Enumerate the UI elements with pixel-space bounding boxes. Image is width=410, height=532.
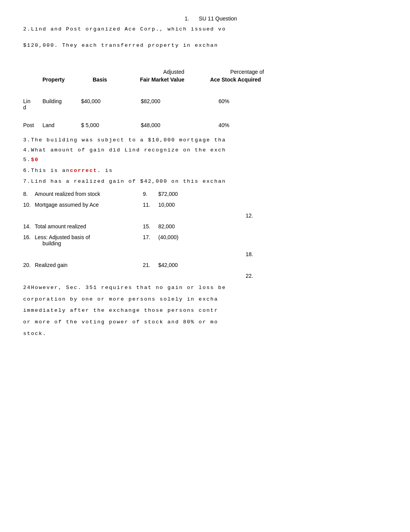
row-post-fmv: $48,000 xyxy=(116,122,185,128)
line21-num: 21. xyxy=(143,262,158,268)
intro-line2: $120,000. They each transferred property… xyxy=(23,41,398,50)
col-basis-header: Basis xyxy=(93,76,127,83)
col-fmv-header: Fair Market Value xyxy=(127,76,197,83)
line12: 12. xyxy=(100,212,398,219)
closing-line5: stock. xyxy=(23,330,398,338)
line20-num: 20. xyxy=(23,262,35,268)
line6-answer: correct xyxy=(70,168,97,173)
row-lin-ace: 60% xyxy=(185,98,263,104)
line16-label-sub: building xyxy=(35,240,143,246)
line17-num: 17. xyxy=(143,234,158,240)
row-lin-fmv: $82,000 xyxy=(116,98,185,104)
closing-line3: immediately after the exchange those per… xyxy=(23,306,398,315)
line-10-11: 10. Mortgage assumed by Ace 11. 10,000 xyxy=(23,202,398,208)
line5-prefix: 5. xyxy=(23,157,31,163)
line5: 5.$0 xyxy=(23,156,398,164)
row-lin-basis: $40,000 xyxy=(81,98,116,104)
line-20-21: 20. Realized gain 21. $42,000 xyxy=(23,262,398,268)
row-post-property: Land xyxy=(42,122,81,128)
col-property-header: Property xyxy=(42,76,93,83)
line3: 3.The building was subject to a $10,000 … xyxy=(23,136,398,144)
line5-answer: $0 xyxy=(31,157,39,163)
line10-label: Mortgage assumed by Ace xyxy=(35,202,143,208)
page-container: 1. SU 11 Question 2.Lind and Post organi… xyxy=(23,15,398,338)
line6: 6.This is ancorrect. is xyxy=(23,167,398,175)
row-lin-property: Building xyxy=(42,98,81,104)
row-lin-label2: d xyxy=(23,104,42,110)
line6-suffix: . is xyxy=(97,168,113,173)
line4: 4.What amount of gain did Lind recognize… xyxy=(23,146,398,155)
title-number: 1. xyxy=(185,15,189,22)
intro-line1: 2.Lind and Post organized Ace Corp., whi… xyxy=(23,25,398,34)
row-post-ace: 40% xyxy=(185,122,263,128)
line16-label-container: Less: Adjusted basis of building xyxy=(35,234,143,246)
closing-line1: 24However, Sec. 351 requires that no gai… xyxy=(23,284,398,292)
line11-value: 10,000 xyxy=(158,202,175,208)
line15-value: 82,000 xyxy=(158,223,175,229)
table-section: Adjusted Percentage of Property Basis Fa… xyxy=(23,69,398,128)
row-lin-label1: Lin xyxy=(23,98,42,104)
line-8-9: 8. Amount realized from stock 9. $72,000 xyxy=(23,191,398,197)
line8-num: 8. xyxy=(23,191,35,197)
title-line: 1. SU 11 Question xyxy=(23,15,398,22)
line9-value: $72,000 xyxy=(158,191,178,197)
line15-num: 15. xyxy=(143,223,158,229)
line16-num: 16. xyxy=(23,234,35,240)
closing-line4: or more of the voting power of stock and… xyxy=(23,318,398,326)
closing-paragraph: 24However, Sec. 351 requires that no gai… xyxy=(23,284,398,338)
header-percentage: Percentage of xyxy=(208,69,286,75)
table-subheader-row: Property Basis Fair Market Value Ace Sto… xyxy=(23,76,398,83)
table-row-post: Post Land $ 5,000 $48,000 40% xyxy=(23,122,398,128)
table-header-row: Adjusted Percentage of xyxy=(54,69,398,75)
line8-label: Amount realized from stock xyxy=(35,191,143,197)
line22: 22. xyxy=(100,273,398,279)
line14-label: Total amount realized xyxy=(35,223,143,229)
line10-num: 10. xyxy=(23,202,35,208)
col-ace-header: Ace Stock Acquired xyxy=(197,76,274,83)
line11-num: 11. xyxy=(143,202,158,208)
line7: 7.Lind has a realized gain of $42,000 on… xyxy=(23,177,398,186)
line17-value: (40,000) xyxy=(158,234,178,240)
header-adjusted: Adjusted xyxy=(139,69,208,75)
line-14-15: 14. Total amount realized 15. 82,000 xyxy=(23,223,398,229)
line14-num: 14. xyxy=(23,223,35,229)
closing-line2: corporation by one or more persons solel… xyxy=(23,295,398,304)
line18: 18. xyxy=(100,251,398,257)
line20-label: Realized gain xyxy=(35,262,143,268)
row-post-basis: $ 5,000 xyxy=(81,122,116,128)
line16-label-main: Less: Adjusted basis of xyxy=(35,234,143,240)
table-row-lin: Lin d Building $40,000 $82,000 60% xyxy=(23,98,398,110)
line21-value: $42,000 xyxy=(158,262,178,268)
line9-num: 9. xyxy=(143,191,158,197)
row-post-label: Post xyxy=(23,122,42,128)
line6-text: 6.This is an xyxy=(23,168,70,173)
line-16-17: 16. Less: Adjusted basis of building 17.… xyxy=(23,234,398,246)
title-text: SU 11 Question xyxy=(199,15,237,22)
